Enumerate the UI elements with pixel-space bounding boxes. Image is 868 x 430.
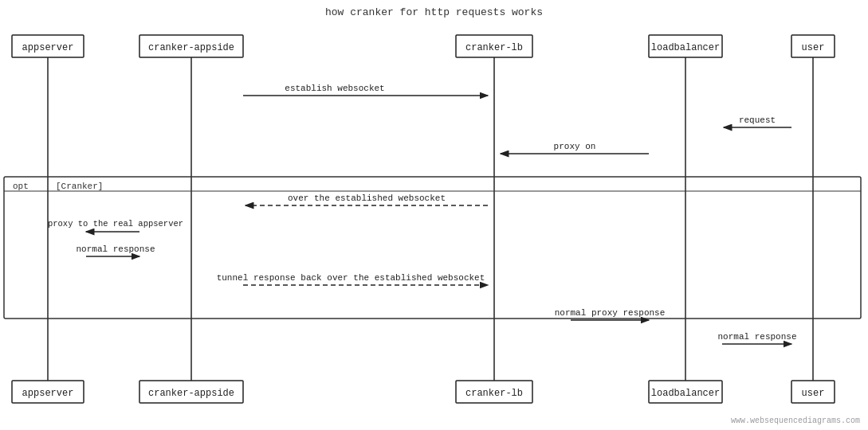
svg-text:normal proxy response: normal proxy response — [555, 308, 666, 318]
svg-text:cranker-appside: cranker-appside — [148, 42, 234, 53]
sequence-diagram-svg: appserver cranker-appside cranker-lb loa… — [0, 0, 868, 430]
svg-text:proxy to the real appserver: proxy to the real appserver — [48, 219, 183, 229]
svg-text:tunnel response back over the : tunnel response back over the establishe… — [217, 273, 485, 283]
svg-text:[Cranker]: [Cranker] — [56, 182, 103, 191]
svg-text:opt: opt — [13, 182, 29, 191]
svg-text:normal response: normal response — [76, 244, 155, 254]
svg-text:appserver: appserver — [22, 388, 74, 399]
svg-text:normal response: normal response — [717, 332, 796, 342]
svg-text:appserver: appserver — [22, 42, 74, 53]
svg-text:request: request — [739, 115, 776, 125]
svg-text:cranker-lb: cranker-lb — [465, 388, 523, 399]
svg-text:cranker-lb: cranker-lb — [465, 42, 523, 53]
svg-text:establish websocket: establish websocket — [285, 84, 384, 93]
svg-text:user: user — [802, 388, 825, 399]
svg-text:user: user — [802, 42, 825, 53]
watermark: www.websequencediagrams.com — [731, 416, 860, 425]
svg-text:over the established websocket: over the established websocket — [288, 194, 446, 203]
svg-text:loadbalancer: loadbalancer — [651, 42, 720, 53]
diagram-container: how cranker for http requests works apps… — [0, 0, 868, 430]
svg-text:proxy on: proxy on — [554, 142, 596, 151]
svg-text:loadbalancer: loadbalancer — [651, 388, 720, 399]
svg-text:cranker-appside: cranker-appside — [148, 388, 234, 399]
